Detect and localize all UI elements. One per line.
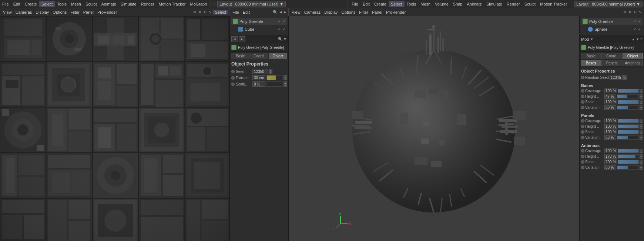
ant-var-value[interactable]: 50 % [604, 165, 616, 170]
tb-display-2[interactable]: Display [323, 9, 339, 15]
bases-var-value[interactable]: 50 % [604, 105, 616, 110]
extrude-up-arrow[interactable]: ▲ [284, 75, 287, 78]
right-sub-bases[interactable]: Bases [581, 60, 601, 66]
ant-var-slider[interactable] [617, 165, 639, 170]
bases-cov-value[interactable]: 100 % [604, 88, 617, 93]
tb-filter-2[interactable]: Filter [358, 9, 369, 15]
menu-file-2[interactable]: File [349, 1, 360, 7]
panels-ht-value[interactable]: 100 % [604, 124, 617, 129]
menu-file-1[interactable]: File [0, 1, 11, 7]
bases-var-slider[interactable] [617, 106, 639, 110]
tb-view-1[interactable]: View [1, 9, 13, 15]
tb-rotate-icon[interactable]: ↻ [203, 10, 207, 14]
bases-ht-dn[interactable]: ▼ [640, 97, 643, 99]
bases-sc-dn[interactable]: ▼ [640, 102, 643, 104]
panels-sc-slider[interactable] [618, 130, 639, 134]
menu-tools-2[interactable]: Tools [405, 1, 419, 7]
bases-var-dn[interactable]: ▼ [640, 108, 643, 110]
right-tab-basic[interactable]: Basic [581, 53, 601, 59]
mod-icon-b[interactable]: ▼ [636, 37, 639, 41]
seed-down-arrow[interactable]: ▼ [269, 71, 272, 74]
menu-mograph-1[interactable]: MoGraph [188, 1, 209, 7]
layout-selector-2[interactable]: Layout 800x600 minimal (User) ▼ [574, 1, 643, 7]
scale-up-arrow[interactable]: ▲ [284, 81, 287, 84]
bases-cov-slider[interactable] [618, 89, 639, 93]
bases-ht-value[interactable]: 47 % [604, 94, 616, 99]
tb-transform-icon[interactable]: ⊕ [192, 10, 197, 14]
tb-prorender-1[interactable]: ProRender [96, 9, 118, 15]
panels-cov-dn[interactable]: ▼ [640, 121, 643, 123]
menu-mesh-1[interactable]: Mesh [69, 1, 83, 7]
ant-ht-value[interactable]: 170 % [604, 154, 617, 159]
tb-cameras-2[interactable]: Cameras [303, 9, 322, 15]
ant-sc-dn[interactable]: ▼ [640, 162, 643, 164]
ant-cov-value[interactable]: 100 % [604, 148, 617, 153]
menu-snap-2[interactable]: Snap [451, 1, 465, 7]
tb-options-2[interactable]: Options [340, 9, 357, 15]
tab-object[interactable]: Object [269, 53, 287, 59]
tb-view-2[interactable]: View [290, 9, 302, 15]
menu-create-1[interactable]: Create [23, 1, 39, 7]
tab-coord[interactable]: Coord. [250, 53, 268, 59]
ant-cov-dn[interactable]: ▼ [640, 151, 643, 153]
center-tb-filter-icon[interactable]: ▼ [283, 37, 287, 41]
scale-value[interactable]: 0 % [252, 81, 265, 87]
menu-animate-1[interactable]: Animate [99, 1, 118, 7]
menu-sculpt-1[interactable]: Sculpt [83, 1, 99, 7]
edit-label[interactable]: Edit [241, 9, 251, 15]
scene-tree-item-cube[interactable]: Cube ✓ ✓ [231, 26, 287, 33]
panels-ht-dn[interactable]: ▼ [640, 127, 643, 129]
ant-cov-slider[interactable] [618, 149, 639, 153]
bases-sc-slider[interactable] [618, 100, 639, 104]
tb-panel-1[interactable]: Panel [82, 9, 95, 15]
bases-ht-slider[interactable] [617, 94, 639, 98]
bases-cov-dn[interactable]: ▼ [640, 91, 643, 93]
extrude-value[interactable]: 30 cm [252, 75, 265, 80]
scene-tree-item-poly-greeble[interactable]: Poly Greeble ✓ ✓ [231, 18, 287, 25]
ant-sc-value[interactable]: 200 % [604, 160, 617, 164]
right-tab-coord[interactable]: Coord. [601, 53, 622, 59]
tb-move-icon-2[interactable]: ✥ [628, 10, 632, 14]
right-sub-panels[interactable]: Panels [601, 60, 622, 66]
tb-transform-icon-2[interactable]: ⊕ [623, 10, 627, 14]
panels-sc-dn[interactable]: ▼ [640, 132, 643, 134]
menu-render-2[interactable]: Render [504, 1, 522, 7]
random-seed-down[interactable]: ▼ [623, 77, 627, 80]
main-viewport[interactable]: X Y Z [289, 16, 579, 241]
tb-filter-1[interactable]: Filter [69, 9, 81, 15]
tb-options-1[interactable]: Options [51, 9, 68, 15]
panels-sc-value[interactable]: 100 % [604, 130, 617, 134]
arrow-icon[interactable]: ◄ [279, 10, 282, 14]
menu-mesh-2[interactable]: Mesh [418, 1, 433, 7]
scale-down-arrow[interactable]: ▼ [284, 84, 287, 87]
mod-icon-c[interactable]: ≡ [640, 37, 643, 41]
tb-prorender-2[interactable]: ProRender [385, 9, 407, 15]
menu-simulate-1[interactable]: Simulate [118, 1, 139, 7]
mod-icon-a[interactable]: ▲ [631, 37, 635, 41]
tab-basic[interactable]: Basic [231, 53, 249, 59]
random-seed-value[interactable]: 12345 [610, 75, 623, 80]
panels-var-slider[interactable] [617, 135, 639, 140]
menu-volume-2[interactable]: Volume [433, 1, 451, 7]
tb-display-1[interactable]: Display [34, 9, 50, 15]
file-label[interactable]: File [231, 9, 241, 15]
panels-cov-value[interactable]: 100 % [604, 118, 617, 123]
menu-motion-tracker-1[interactable]: Motion Tracker [157, 1, 188, 7]
menu-sculpt-2[interactable]: Sculpt [522, 1, 538, 7]
panels-cov-slider[interactable] [618, 119, 639, 123]
arrow2-icon[interactable]: ► [283, 10, 287, 14]
menu-create-2[interactable]: Create [372, 1, 389, 7]
center-tb-search-icon[interactable]: 🔍 [278, 37, 282, 41]
menu-simulate-2[interactable]: Simulate [484, 1, 504, 7]
tb-rotate-icon-2[interactable]: ↻ [633, 10, 637, 14]
tb-select-label-1[interactable]: Select [213, 10, 228, 14]
ant-ht-slider[interactable] [618, 154, 639, 158]
panels-ht-slider[interactable] [618, 124, 639, 128]
ant-sc-slider[interactable] [618, 160, 639, 164]
mod-dropdown-icon[interactable]: ▼ [590, 37, 593, 41]
seed-up-arrow[interactable]: ▲ [269, 69, 272, 71]
tb-cameras-1[interactable]: Cameras [14, 9, 34, 15]
ant-var-dn[interactable]: ▼ [640, 168, 643, 170]
extrude-slider[interactable] [266, 75, 282, 80]
tb-scale-icon[interactable]: ⤡ [208, 10, 212, 14]
